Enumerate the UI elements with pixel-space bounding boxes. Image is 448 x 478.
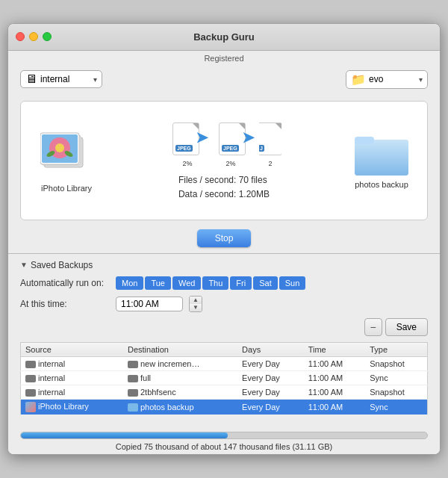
schedule-row: Automatically run on: Mon Tue Wed Thu Fr…	[20, 276, 428, 290]
main-window: Backup Guru Registered 🖥 internal ▾ 📁 ev…	[7, 23, 441, 455]
cell-source: internal	[21, 370, 123, 385]
source-library: iPhoto Library	[33, 128, 100, 193]
drive-row: 🖥 internal ▾ 📁 evo ▾	[20, 70, 428, 89]
file1-percent: 2%	[182, 160, 192, 167]
file2-percent: 2%	[225, 160, 235, 167]
triangle-icon: ▼	[20, 261, 28, 269]
traffic-lights	[16, 32, 52, 41]
day-tue[interactable]: Tue	[145, 276, 171, 290]
cell-time: 11:00 AM	[304, 370, 366, 385]
dest-selector[interactable]: 📁 evo ▾	[346, 70, 428, 89]
dest-drive-icon: 📁	[351, 72, 366, 87]
folder-icon	[355, 132, 408, 177]
drive-small-icon	[128, 361, 138, 368]
col-days: Days	[237, 342, 304, 356]
progress-section: Copied 75 thousand of about 147 thousand…	[8, 427, 440, 454]
svg-point-5	[55, 143, 64, 152]
dest-folder: photos backup	[348, 132, 415, 189]
table-row[interactable]: internalfullEvery Day11:00 AMSync	[21, 370, 428, 385]
time-row: At this time: ▲ ▼	[20, 296, 428, 312]
table-row[interactable]: iPhoto Libraryphotos backupEvery Day11:0…	[21, 400, 428, 415]
progress-bar-background	[20, 432, 428, 439]
saved-backups-header: ▼ Saved Backups	[20, 260, 428, 270]
cell-days: Every Day	[237, 370, 304, 385]
saved-backups-section: ▼ Saved Backups Automatically run on: Mo…	[8, 254, 440, 427]
file-icons-row: JPEG ➤ 2% JPEG ➤	[167, 120, 281, 167]
dest-chevron-icon: ▾	[419, 75, 423, 84]
stop-button[interactable]: Stop	[197, 229, 252, 247]
stepper-down-button[interactable]: ▼	[190, 304, 202, 311]
title-bar: Backup Guru	[8, 24, 440, 51]
drive-small-icon	[25, 361, 36, 368]
source-selector[interactable]: 🖥 internal ▾	[20, 70, 102, 88]
table-row[interactable]: internalnew incremen…Every Day11:00 AMSn…	[21, 356, 428, 370]
file-1: JPEG ➤ 2%	[167, 120, 208, 167]
remove-button[interactable]: −	[364, 318, 382, 336]
time-input[interactable]	[116, 297, 183, 311]
cell-time: 11:00 AM	[304, 400, 366, 415]
cell-destination: 2tbhfsenc	[123, 385, 237, 400]
day-buttons: Mon Tue Wed Thu Fri Sat Sun	[116, 276, 305, 290]
dest-drive-name: evo	[369, 74, 416, 84]
source-drive-name: internal	[40, 74, 90, 84]
iphoto-icon	[40, 128, 93, 181]
auto-run-label: Automatically run on:	[20, 278, 110, 288]
day-sat[interactable]: Sat	[253, 276, 278, 290]
cell-days: Every Day	[237, 356, 304, 370]
day-mon[interactable]: Mon	[116, 276, 143, 290]
save-row: − Save	[20, 318, 428, 336]
day-sun[interactable]: Sun	[279, 276, 306, 290]
progress-bar-fill	[21, 432, 228, 438]
files-per-second: Files / second: 70 files	[178, 173, 270, 187]
iphoto-small-icon	[25, 402, 36, 412]
close-button[interactable]	[16, 32, 25, 41]
save-button[interactable]: Save	[385, 318, 428, 336]
cell-source: internal	[21, 385, 123, 400]
window-title: Backup Guru	[193, 31, 255, 43]
dest-folder-label: photos backup	[355, 180, 408, 189]
data-per-second: Data / second: 1.20MB	[178, 187, 270, 202]
cell-destination: photos backup	[123, 400, 237, 415]
transfer-area: iPhoto Library JPEG ➤ 2%	[20, 101, 428, 220]
drive-small-icon	[128, 389, 138, 397]
top-section: 🖥 internal ▾ 📁 evo ▾	[8, 64, 440, 101]
file3-percent: 2	[268, 160, 272, 167]
stepper-up-button[interactable]: ▲	[190, 297, 202, 304]
col-type: Type	[365, 342, 427, 356]
cell-type: Snapshot	[365, 356, 427, 370]
cell-source: iPhoto Library	[21, 400, 123, 415]
cell-days: Every Day	[237, 400, 304, 415]
source-drive-icon: 🖥	[25, 72, 37, 86]
col-destination: Destination	[123, 342, 237, 356]
registered-label: Registered	[8, 51, 440, 64]
day-wed[interactable]: Wed	[172, 276, 201, 290]
day-fri[interactable]: Fri	[230, 276, 252, 290]
cell-days: Every Day	[237, 385, 304, 400]
files-transfer: JPEG ➤ 2% JPEG ➤	[109, 120, 339, 202]
svg-rect-10	[355, 137, 374, 144]
transfer-stats: Files / second: 70 files Data / second: …	[178, 173, 270, 202]
cell-type: Sync	[365, 370, 427, 385]
backup-table: Source Destination Days Time Type intern…	[20, 342, 428, 415]
source-library-label: iPhoto Library	[41, 184, 92, 193]
cell-type: Snapshot	[365, 385, 427, 400]
drive-small-icon	[25, 389, 36, 397]
folder-small-icon	[128, 403, 138, 412]
drive-small-icon	[128, 375, 138, 382]
progress-label: Copied 75 thousand of about 147 thousand…	[20, 442, 428, 451]
cell-source: internal	[21, 356, 123, 370]
cell-destination: full	[123, 370, 237, 385]
time-stepper: ▲ ▼	[189, 296, 202, 312]
cell-time: 11:00 AM	[304, 385, 366, 400]
minimize-button[interactable]	[29, 32, 38, 41]
source-chevron-icon: ▾	[93, 75, 97, 84]
file-3: J 2	[259, 120, 281, 167]
svg-rect-9	[355, 140, 408, 176]
file-2: JPEG ➤ 2%	[210, 120, 252, 167]
maximize-button[interactable]	[43, 32, 52, 41]
table-row[interactable]: internal2tbhfsencEvery Day11:00 AMSnapsh…	[21, 385, 428, 400]
day-thu[interactable]: Thu	[202, 276, 228, 290]
saved-backups-label: Saved Backups	[31, 260, 93, 270]
time-label: At this time:	[20, 299, 110, 309]
cell-time: 11:00 AM	[304, 356, 366, 370]
